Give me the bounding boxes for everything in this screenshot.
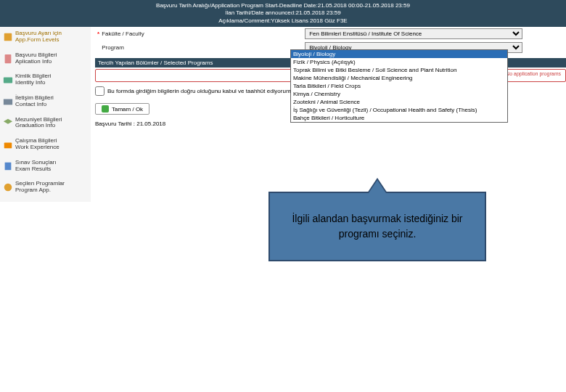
svg-rect-2 — [4, 78, 12, 83]
briefcase-icon — [3, 139, 13, 150]
id-card-icon — [3, 75, 13, 85]
faculty-row: * Fakülte / Faculty Fen Bilimleri Enstit… — [95, 27, 566, 41]
dropdown-option[interactable]: İş Sağlığı ve Güvenliği (Tezli) / Occupa… — [291, 106, 507, 114]
sidebar-item-label: Çalışma BilgileriWork Experience — [15, 138, 60, 151]
dropdown-option[interactable]: Tarla Bitkileri / Field Crops — [291, 82, 507, 90]
sidebar-item-work-experience[interactable]: Çalışma BilgileriWork Experience — [1, 136, 89, 153]
sidebar-item-label: Sınav SonuçlarıExam Results — [15, 160, 56, 173]
svg-rect-6 — [5, 162, 12, 170]
header-line-1: Başvuru Tarih Aralığı/Application Progra… — [0, 2, 566, 9]
sidebar-item-label: Seçilen ProgramlarProgram App. — [15, 181, 65, 194]
sidebar: Başvuru Ayarı içinApp.Form Levels Başvur… — [0, 27, 91, 202]
sidebar-item-graduation-info[interactable]: Mezuniyet BilgileriGraduation Info — [1, 115, 89, 132]
svg-point-7 — [4, 184, 12, 192]
sidebar-item-exam-results[interactable]: Sınav SonuçlarıExam Results — [1, 158, 89, 175]
required-icon: * — [97, 30, 99, 37]
graduation-icon — [3, 118, 13, 128]
dropdown-option[interactable]: Zootekni / Animal Science — [291, 98, 507, 106]
form-icon — [3, 32, 13, 42]
svg-rect-1 — [5, 54, 12, 62]
svg-marker-4 — [4, 119, 12, 124]
faculty-label: Fakülte / Faculty — [102, 30, 174, 37]
exam-icon — [3, 161, 13, 171]
dropdown-option[interactable]: Bahçe Bitkileri / Horticulture — [291, 114, 507, 122]
instruction-callout: İlgili alandan başvurmak istediğiniz bir… — [268, 192, 486, 261]
sidebar-item-label: Mezuniyet BilgileriGraduation Info — [15, 117, 62, 130]
sidebar-item-contact-info[interactable]: İletişim BilgileriContact Info — [1, 93, 89, 110]
sidebar-item-application-info[interactable]: Başvuru BilgileriAplication Info — [1, 50, 89, 68]
dropdown-option[interactable]: Kimya / Chemistry — [291, 90, 507, 98]
header-line-2: İlan Tarihi/Date announced:21.05.2018 23… — [0, 9, 566, 17]
program-dropdown-listbox[interactable]: Biyoloji / Biology Fizik / Physics (Açıl… — [290, 49, 508, 123]
callout-text: İlgili alandan başvurmak istediğiniz bir… — [274, 211, 480, 242]
faculty-select[interactable]: Fen Bilimleri Enstitüsü / Institute Of S… — [305, 28, 522, 39]
program-icon — [3, 182, 13, 192]
svg-rect-5 — [4, 142, 12, 148]
check-icon — [102, 105, 109, 113]
sidebar-item-label: İletişim BilgileriContact Info — [15, 95, 54, 108]
sidebar-item-program-app[interactable]: Seçilen ProgramlarProgram App. — [1, 179, 89, 196]
sidebar-item-label: Başvuru Ayarı içinApp.Form Levels — [15, 30, 62, 44]
sidebar-item-form-levels[interactable]: Başvuru Ayarı içinApp.Form Levels — [1, 28, 89, 46]
sidebar-item-identity-info[interactable]: Kimlik BilgileriIdentity Info — [1, 71, 89, 89]
ok-button-label: Tamam / Ok — [112, 106, 143, 113]
ok-button[interactable]: Tamam / Ok — [95, 103, 149, 115]
svg-rect-0 — [4, 33, 12, 41]
dropdown-option[interactable]: Biyoloji / Biology — [291, 50, 507, 58]
declaration-checkbox[interactable] — [95, 86, 104, 96]
sidebar-item-label: Başvuru BilgileriAplication Info — [15, 52, 57, 65]
dropdown-option[interactable]: Fizik / Physics (Açılışyk) — [291, 58, 507, 66]
document-icon — [3, 54, 13, 64]
program-label: Program — [102, 44, 174, 51]
dropdown-option[interactable]: Toprak Bilimi ve Bitki Besleme / Soil Sc… — [291, 66, 507, 74]
dropdown-option[interactable]: Makine Mühendisliği / Mechanical Enginee… — [291, 74, 507, 82]
header-line-3: Açıklama/Comment:Yüksek Lisans 2018 Güz … — [0, 17, 566, 25]
mail-icon — [3, 97, 13, 107]
svg-rect-3 — [4, 99, 12, 105]
header-band: Başvuru Tarih Aralığı/Application Progra… — [0, 0, 566, 27]
sidebar-item-label: Kimlik BilgileriIdentity Info — [15, 73, 51, 86]
